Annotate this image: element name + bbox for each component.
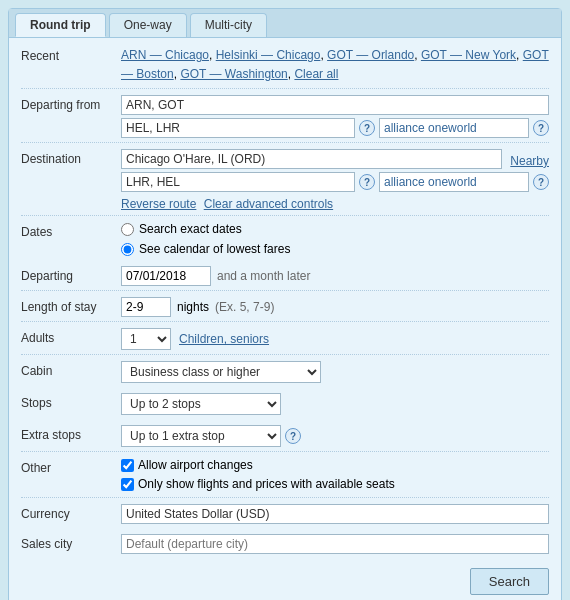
sales-city-label: Sales city xyxy=(21,534,121,551)
departing-from-row: Departing from ? ? xyxy=(21,95,549,143)
destination-input2[interactable] xyxy=(121,172,355,192)
adults-controls: 1234 Children, seniors xyxy=(121,328,549,350)
destination-row1: Nearby xyxy=(121,149,549,169)
cabin-row: Cabin Economy class Business class or hi… xyxy=(21,361,549,387)
clear-advanced-link[interactable]: Clear advanced controls xyxy=(204,197,333,211)
search-button-row: Search xyxy=(21,564,549,595)
recent-link-arn-chicago[interactable]: ARN — Chicago xyxy=(121,48,209,62)
departing-from-controls: ? ? xyxy=(121,95,549,138)
nearby-link[interactable]: Nearby xyxy=(510,151,549,168)
dates-radio1-row: Search exact dates xyxy=(121,222,549,236)
stops-label: Stops xyxy=(21,393,121,410)
reverse-route-link[interactable]: Reverse route xyxy=(121,197,196,211)
recent-label: Recent xyxy=(21,46,121,63)
main-container: Round trip One-way Multi-city Recent ARN… xyxy=(8,8,562,600)
departing-alliance-input[interactable] xyxy=(379,118,529,138)
recent-links: ARN — Chicago, Helsinki — Chicago, GOT —… xyxy=(121,46,549,84)
recent-link-list: ARN — Chicago, Helsinki — Chicago, GOT —… xyxy=(121,46,549,84)
adults-input-row: 1234 Children, seniors xyxy=(121,328,549,350)
tab-multi-city[interactable]: Multi-city xyxy=(190,13,267,37)
extra-stops-label: Extra stops xyxy=(21,425,121,442)
extra-stops-controls: No extra stops Up to 1 extra stop Up to … xyxy=(121,425,549,447)
departing-suffix: and a month later xyxy=(217,269,310,283)
exact-dates-label: Search exact dates xyxy=(139,222,242,236)
nights-input[interactable] xyxy=(121,297,171,317)
destination-alliance-help-icon[interactable]: ? xyxy=(533,174,549,190)
tab-one-way[interactable]: One-way xyxy=(109,13,187,37)
recent-row: Recent ARN — Chicago, Helsinki — Chicago… xyxy=(21,46,549,89)
stops-controls: Any number of stops Up to 2 stops Up to … xyxy=(121,393,549,415)
recent-link-got-newyork[interactable]: GOT — New York xyxy=(421,48,516,62)
stops-row: Stops Any number of stops Up to 2 stops … xyxy=(21,393,549,419)
currency-input[interactable] xyxy=(121,504,549,524)
departing-alliance-help-icon[interactable]: ? xyxy=(533,120,549,136)
departing-from-input2[interactable] xyxy=(121,118,355,138)
currency-row: Currency xyxy=(21,504,549,528)
destination-controls: Nearby ? ? Reverse route Clear advanced … xyxy=(121,149,549,211)
length-of-stay-row: Length of stay nights (Ex. 5, 7-9) xyxy=(21,297,549,322)
cabin-select[interactable]: Economy class Business class or higher F… xyxy=(121,361,321,383)
stops-select[interactable]: Any number of stops Up to 2 stops Up to … xyxy=(121,393,281,415)
destination-input1[interactable] xyxy=(121,149,502,169)
calendar-fares-label: See calendar of lowest fares xyxy=(139,242,290,256)
departing-controls: and a month later xyxy=(121,266,549,286)
dates-row: Dates Search exact dates See calendar of… xyxy=(21,222,549,263)
allow-airport-checkbox[interactable] xyxy=(121,459,134,472)
departing-date-input[interactable] xyxy=(121,266,211,286)
available-seats-checkbox[interactable] xyxy=(121,478,134,491)
extra-stops-help-icon[interactable]: ? xyxy=(285,428,301,444)
destination-links: Reverse route Clear advanced controls xyxy=(121,197,549,211)
departing-from-input1[interactable] xyxy=(121,95,549,115)
nights-row: nights (Ex. 5, 7-9) xyxy=(121,297,549,317)
adults-label: Adults xyxy=(21,328,121,345)
sales-city-controls xyxy=(121,534,549,554)
departing-from-row2: ? ? xyxy=(121,118,549,138)
sales-city-row: Sales city xyxy=(21,534,549,558)
allow-airport-label: Allow airport changes xyxy=(138,458,253,472)
destination-label: Destination xyxy=(21,149,121,166)
departing-from-label: Departing from xyxy=(21,95,121,112)
recent-link-clear-all[interactable]: Clear all xyxy=(294,67,338,81)
exact-dates-radio[interactable] xyxy=(121,223,134,236)
allow-airport-row: Allow airport changes xyxy=(121,458,549,472)
other-label: Other xyxy=(21,458,121,475)
currency-controls xyxy=(121,504,549,524)
dates-controls: Search exact dates See calendar of lowes… xyxy=(121,222,549,259)
departing-row: Departing and a month later xyxy=(21,266,549,291)
tab-round-trip[interactable]: Round trip xyxy=(15,13,106,37)
dates-label: Dates xyxy=(21,222,121,239)
currency-label: Currency xyxy=(21,504,121,521)
nights-example: (Ex. 5, 7-9) xyxy=(215,300,274,314)
destination-row2: ? ? xyxy=(121,172,549,192)
recent-link-helsinki-chicago[interactable]: Helsinki — Chicago xyxy=(216,48,321,62)
available-seats-row: Only show flights and prices with availa… xyxy=(121,477,549,491)
available-seats-label: Only show flights and prices with availa… xyxy=(138,477,395,491)
departing-label: Departing xyxy=(21,266,121,283)
length-of-stay-label: Length of stay xyxy=(21,297,121,314)
recent-link-got-orlando[interactable]: GOT — Orlando xyxy=(327,48,414,62)
sales-city-input[interactable] xyxy=(121,534,549,554)
adults-stepper[interactable]: 1234 xyxy=(121,328,171,350)
children-seniors-link[interactable]: Children, seniors xyxy=(179,332,269,346)
adults-row: Adults 1234 Children, seniors xyxy=(21,328,549,355)
cabin-label: Cabin xyxy=(21,361,121,378)
destination-row: Destination Nearby ? ? Reverse route Cle… xyxy=(21,149,549,216)
departing-date-row: and a month later xyxy=(121,266,549,286)
destination-alliance-input[interactable] xyxy=(379,172,529,192)
calendar-fares-radio[interactable] xyxy=(121,243,134,256)
departing-from-help-icon[interactable]: ? xyxy=(359,120,375,136)
extra-stops-input-row: No extra stops Up to 1 extra stop Up to … xyxy=(121,425,549,447)
extra-stops-select[interactable]: No extra stops Up to 1 extra stop Up to … xyxy=(121,425,281,447)
search-button[interactable]: Search xyxy=(470,568,549,595)
recent-link-got-washington[interactable]: GOT — Washington xyxy=(180,67,287,81)
form-content: Recent ARN — Chicago, Helsinki — Chicago… xyxy=(9,38,561,600)
other-controls: Allow airport changes Only show flights … xyxy=(121,458,549,493)
dates-radio2-row: See calendar of lowest fares xyxy=(121,242,549,256)
cabin-controls: Economy class Business class or higher F… xyxy=(121,361,549,383)
nights-label: nights xyxy=(177,300,209,314)
destination-help-icon[interactable]: ? xyxy=(359,174,375,190)
extra-stops-row: Extra stops No extra stops Up to 1 extra… xyxy=(21,425,549,452)
length-of-stay-controls: nights (Ex. 5, 7-9) xyxy=(121,297,549,317)
tab-bar: Round trip One-way Multi-city xyxy=(9,9,561,38)
other-row: Other Allow airport changes Only show fl… xyxy=(21,458,549,498)
